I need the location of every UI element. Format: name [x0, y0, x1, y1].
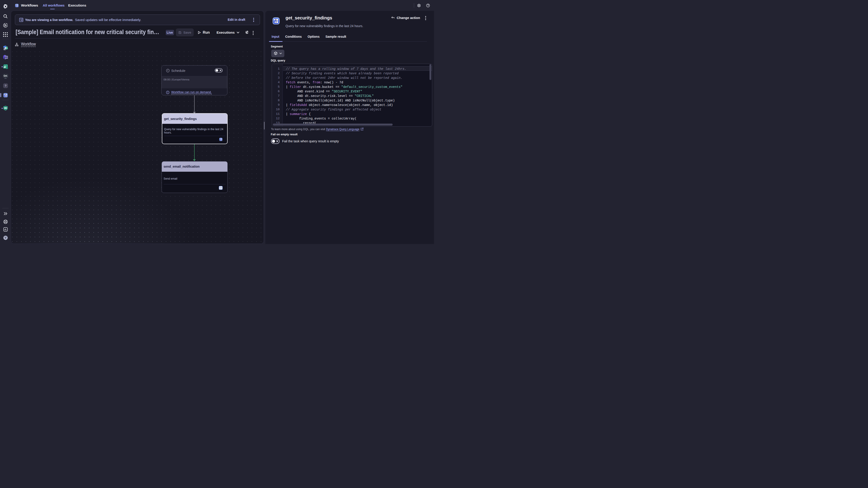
svg-text:?: ?: [4, 84, 6, 88]
svg-text:V: V: [4, 236, 6, 239]
